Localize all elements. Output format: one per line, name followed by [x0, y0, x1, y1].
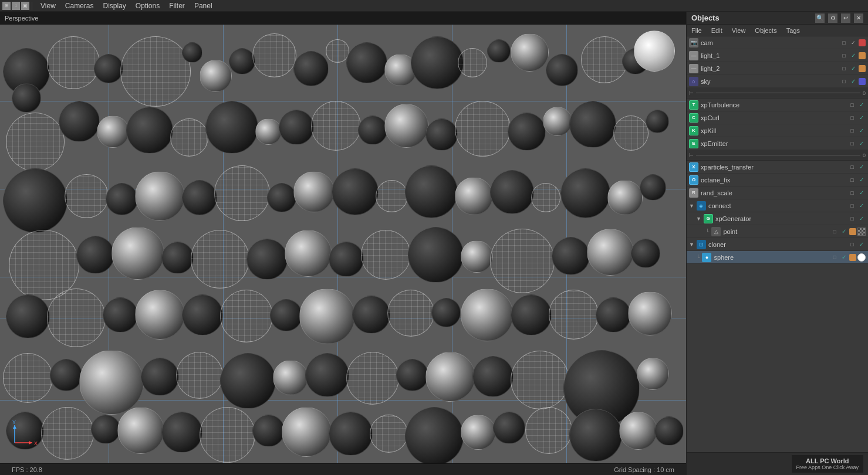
obj-ctrl-vis-light1[interactable]: ✓	[849, 52, 857, 60]
sphere-obj	[431, 298, 461, 327]
sep-line-1	[696, 93, 860, 93]
obj-ctrl-vis-cloner[interactable]: ✓	[857, 240, 866, 249]
obj-icon-connect: ◈	[697, 201, 706, 211]
obj-ctrl-lock-randScale[interactable]: □	[848, 189, 856, 197]
obj-ctrl-vis-xpTransfer[interactable]: ✓	[857, 163, 866, 171]
obj-ctrl-vis-octaneFix[interactable]: ✓	[857, 176, 866, 184]
objects-list[interactable]: 📷 cam □ ✓ — light_1 □ ✓	[687, 36, 868, 452]
obj-color-light2[interactable]	[859, 65, 866, 72]
obj-ctrl-lock-point[interactable]: □	[830, 228, 839, 236]
obj-color-cam[interactable]	[859, 39, 866, 46]
obj-ctrl-lock-xpTransfer[interactable]: □	[848, 163, 856, 171]
obj-row-sphere[interactable]: └ ● sphere □ ✓	[687, 251, 868, 264]
obj-ctrl-lock-xpTurb[interactable]: □	[848, 101, 856, 109]
obj-ctrl-lock-cam[interactable]: □	[840, 39, 848, 47]
obj-ctrl-lock-xpEmitter[interactable]: □	[848, 140, 856, 148]
menu-panel[interactable]: Panel	[190, 0, 217, 12]
obj-row-xpTransfer[interactable]: X xparticles_transfer □ ✓	[687, 161, 868, 174]
sphere-obj	[282, 407, 332, 457]
obj-row-cloner[interactable]: ▼ ⊡ cloner □ ✓	[687, 238, 868, 251]
obj-row-xpEmitter[interactable]: E xpEmitter □ ✓	[687, 137, 868, 150]
obj-name-octaneFix: octane_fix	[701, 177, 847, 184]
obj-ctrl-vis-sky[interactable]: ✓	[849, 77, 857, 86]
obj-icon-octaneFix: O	[689, 175, 698, 185]
panel-close-btn[interactable]: ✕	[854, 13, 863, 23]
obj-ctrl-vis-xpTurb[interactable]: ✓	[857, 101, 866, 109]
obj-row-xpTurbulence[interactable]: T xpTurbulence □ ✓	[687, 99, 868, 111]
sphere-obj	[346, 352, 399, 405]
obj-ctrl-vis-xpKill[interactable]: ✓	[857, 127, 866, 135]
obj-ctrl-lock-xpCurl[interactable]: □	[848, 114, 856, 122]
sphere-obj	[3, 168, 67, 233]
menu-display[interactable]: Display	[98, 0, 130, 12]
obj-ctrl-vis-xpEmitter[interactable]: ✓	[857, 140, 866, 148]
scene-canvas[interactable]: Y X	[0, 25, 686, 463]
obj-ctrl-vis-point[interactable]: ✓	[840, 228, 848, 236]
obj-ctrl-lock-light1[interactable]: □	[840, 52, 848, 60]
obj-ctrl-lock-octaneFix[interactable]: □	[848, 176, 856, 184]
panel-settings-btn[interactable]: ⚙	[828, 13, 837, 23]
expand-cloner-icon[interactable]: ▼	[689, 242, 694, 247]
panel-menu-edit[interactable]: Edit	[707, 25, 727, 36]
panel-menu-objects[interactable]: Objects	[750, 25, 781, 36]
sphere-obj	[200, 60, 232, 92]
obj-ctrl-lock-sky[interactable]: □	[840, 77, 848, 86]
obj-row-light2[interactable]: — light_2 □ ✓	[687, 62, 868, 75]
obj-ctrl-lock-xpKill[interactable]: □	[848, 127, 856, 135]
obj-row-sky[interactable]: ○ sky □ ✓	[687, 75, 868, 88]
obj-row-xpKill[interactable]: K xpKill □ ✓	[687, 124, 868, 137]
obj-color-sphere[interactable]	[849, 254, 856, 261]
sphere-obj	[285, 230, 332, 277]
obj-ctrl-lock-cloner[interactable]: □	[848, 240, 856, 249]
obj-ctrl-vis-light2[interactable]: ✓	[849, 65, 857, 73]
obj-row-point[interactable]: └ △ point □ ✓	[687, 225, 868, 238]
svg-text:X: X	[34, 440, 38, 446]
panel-menu-tags[interactable]: Tags	[782, 25, 805, 36]
menu-cameras[interactable]: Cameras	[60, 0, 99, 12]
grid-icon: ⊞	[2, 2, 11, 10]
obj-row-light1[interactable]: — light_1 □ ✓	[687, 49, 868, 62]
sphere-obj	[425, 352, 475, 402]
obj-ctrl-vis-cam[interactable]: ✓	[849, 39, 857, 47]
sphere-obj	[135, 171, 185, 221]
menu-view[interactable]: View	[36, 0, 60, 12]
obj-row-xpCurl[interactable]: C xpCurl □ ✓	[687, 111, 868, 124]
obj-row-randScale[interactable]: R rand_scale □ ✓	[687, 186, 868, 199]
obj-name-xpKill: xpKill	[701, 127, 847, 134]
sphere-obj	[425, 118, 458, 151]
menu-filter[interactable]: Filter	[164, 0, 190, 12]
obj-icon-xpCurl: C	[689, 113, 698, 123]
obj-row-cam[interactable]: 📷 cam □ ✓	[687, 36, 868, 49]
obj-row-octaneFix[interactable]: O octane_fix □ ✓	[687, 174, 868, 186]
obj-controls-xpCurl: □ ✓	[848, 114, 866, 122]
obj-row-xpGenerator[interactable]: ▼ G xpGenerator □ ✓	[687, 212, 868, 225]
panel-menu-view[interactable]: View	[727, 25, 751, 36]
obj-ctrl-vis-xpGen[interactable]: ✓	[857, 215, 866, 223]
obj-name-cam: cam	[701, 39, 839, 46]
obj-ctrl-vis-xpCurl[interactable]: ✓	[857, 114, 866, 122]
obj-ctrl-lock-light2[interactable]: □	[840, 65, 848, 73]
obj-ctrl-vis-randScale[interactable]: ✓	[857, 189, 866, 197]
obj-ctrl-lock-xpGen[interactable]: □	[848, 215, 856, 223]
sphere-obj	[170, 118, 208, 157]
obj-ctrl-lock-connect[interactable]: □	[848, 202, 856, 210]
sphere-obj	[252, 33, 296, 77]
expand-connect-icon[interactable]: ▼	[689, 203, 694, 209]
obj-ctrl-vis-sphere[interactable]: ✓	[840, 253, 848, 262]
sphere-obj	[214, 165, 270, 221]
panel-search-btn[interactable]: 🔍	[815, 13, 825, 23]
menu-options[interactable]: Options	[131, 0, 164, 12]
obj-row-connect[interactable]: ▼ ◈ connect □ ✓	[687, 199, 868, 212]
obj-color-light1[interactable]	[859, 52, 866, 59]
panel-back-btn[interactable]: ↩	[841, 13, 850, 23]
obj-ctrl-vis-connect[interactable]: ✓	[857, 202, 866, 210]
obj-color-point[interactable]	[849, 228, 856, 235]
obj-color-sky[interactable]	[859, 78, 866, 85]
obj-ctrl-lock-sphere[interactable]: □	[830, 253, 839, 262]
sphere-obj	[220, 290, 273, 342]
sphere-obj	[3, 353, 53, 403]
panel-menu-file[interactable]: File	[687, 25, 707, 36]
expand-xpGen-icon[interactable]: ▼	[696, 216, 701, 222]
viewport-label: Perspective	[5, 15, 38, 22]
panel-title-bar: Objects 🔍 ⚙ ↩ ✕	[687, 12, 868, 25]
